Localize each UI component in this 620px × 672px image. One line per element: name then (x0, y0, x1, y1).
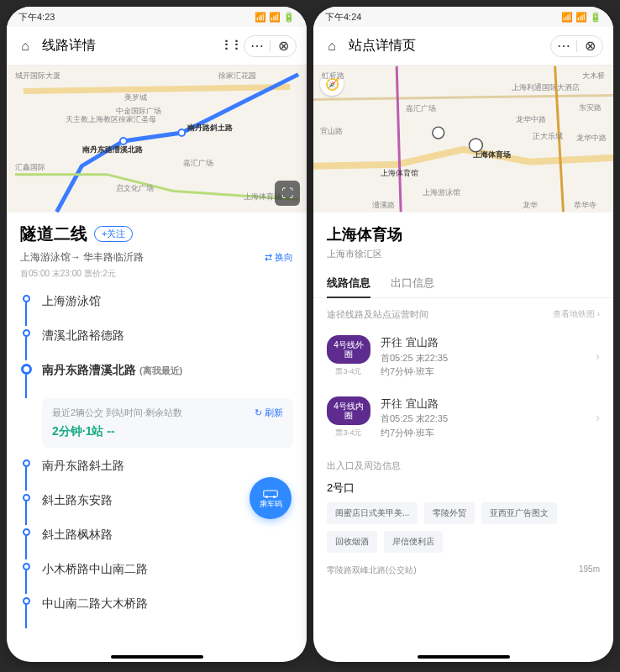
nearby-stop[interactable]: 零陵路双峰北路(公交站) 195m (313, 556, 613, 576)
route-name: 隧道二线 (20, 223, 87, 245)
stop-item-current[interactable]: 南丹东路漕溪北路 (离我最近) (20, 360, 293, 398)
station-map[interactable]: 🧭 虹桥路 上海利通国际大酒店 大木桥 嘉汇广场 龙华中路 东安路 宜山路 正大… (313, 66, 613, 213)
refresh-button[interactable]: ↻ 刷新 (255, 407, 283, 419)
svg-point-7 (433, 127, 444, 139)
status-time: 下午4:23 (18, 11, 55, 24)
chevron-right-icon: › (596, 411, 600, 424)
station-name: 上海体育场 (327, 224, 600, 244)
metro-map-link[interactable]: 查看地铁图 › (553, 308, 600, 321)
tab-lines[interactable]: 线路信息 (327, 269, 370, 297)
exit-name: 2号口 (327, 480, 600, 496)
app-bar: ⌂ 站点详情页 ⋯ ⊗ (313, 27, 613, 66)
realtime-card: 最近2辆公交 到站时间·剩余站数 ↻ 刷新 2分钟·1站 -- (42, 398, 293, 448)
home-indicator (111, 655, 203, 659)
close-icon[interactable]: ⊗ (577, 38, 602, 55)
poi-chip[interactable]: 岸信便利店 (384, 531, 443, 553)
stop-item[interactable]: 上海游泳馆 (20, 291, 293, 326)
page-title: 线路详情 (42, 37, 217, 55)
svg-point-5 (273, 496, 276, 498)
apps-icon[interactable]: ⠇⠇ (225, 38, 242, 55)
phone-route-detail: 下午4:23 📶 📶 🔋 ⌂ 线路详情 ⠇⠇ ⋯ ⊗ 城开国际大厦 徐家汇花园 … (7, 7, 307, 662)
route-direction: 上海游泳馆→ 华丰路临沂路 (20, 250, 144, 265)
menu-icon[interactable]: ⋯ (244, 38, 270, 55)
poi-chip[interactable]: 回收烟酒 (327, 531, 377, 553)
station-header: 上海体育场 上海市徐汇区 (313, 213, 613, 264)
stop-item[interactable]: 南丹东路斜土路 (20, 456, 293, 491)
section-exits-label: 出入口及周边信息 (313, 448, 613, 477)
page-title: 站点详情页 (349, 37, 542, 55)
tabs: 线路信息 出口信息 (313, 264, 613, 298)
home-icon[interactable]: ⌂ (17, 38, 34, 55)
stop-item[interactable]: 漕溪北路裕德路 (20, 326, 293, 360)
ride-code-fab[interactable]: 乘车码 (250, 477, 292, 519)
close-icon[interactable]: ⊗ (271, 38, 296, 55)
follow-button[interactable]: +关注 (94, 226, 133, 242)
poi-chip[interactable]: 闺蜜店日式美甲美... (327, 502, 418, 524)
menu-icon[interactable]: ⋯ (551, 38, 576, 55)
exit-item: 2号口 闺蜜店日式美甲美... 零陵外贸 亚西亚广告图文 回收烟酒 岸信便利店 (313, 477, 613, 556)
phone-station-detail: 下午4:24 📶 📶 🔋 ⌂ 站点详情页 ⋯ ⊗ 🧭 虹桥路 上海利通国际大酒店… (313, 7, 613, 662)
chevron-right-icon: › (596, 349, 600, 363)
route-header: 隧道二线 +关注 上海游泳馆→ 华丰路临沂路 ⇄ 换向 首05:00 末23:0… (7, 213, 307, 285)
status-bar: 下午4:24 📶 📶 🔋 (313, 7, 613, 27)
home-icon[interactable]: ⌂ (323, 38, 340, 55)
poi-chip[interactable]: 零陵外贸 (424, 502, 475, 524)
stop-list: 上海游泳馆 漕溪北路裕德路 南丹东路漕溪北路 (离我最近) 最近2辆公交 到站时… (7, 285, 307, 628)
stop-item[interactable]: 中山南二路大木桥路 (20, 594, 293, 628)
route-map[interactable]: 城开国际大厦 徐家汇花园 美罗城 中金国际广场 天主教上海教区徐家汇圣母 汇鑫国… (7, 66, 307, 213)
realtime-hint: 最近2辆公交 到站时间·剩余站数 (52, 407, 182, 419)
miniapp-capsule: ⋯ ⊗ (550, 35, 603, 57)
realtime-value: 2分钟·1站 -- (52, 424, 283, 439)
route-schedule: 首05:00 末23:00 票价:2元 (20, 268, 293, 280)
tab-exits[interactable]: 出口信息 (391, 269, 434, 297)
fullscreen-icon[interactable]: ⛶ (275, 181, 300, 206)
line-item[interactable]: 4号线外圈 票3-4元 开往 宜山路 首05:25 末22:35 约7分钟·班车… (313, 326, 613, 387)
station-district: 上海市徐汇区 (327, 248, 600, 260)
line-item[interactable]: 4号线内圈 票3-4元 开往 宜山路 首05:25 末22:35 约7分钟·班车… (313, 387, 613, 449)
svg-point-4 (265, 496, 268, 498)
line-badge-icon: 4号线内圈 (327, 396, 370, 425)
swap-direction-button[interactable]: ⇄ 换向 (265, 251, 293, 264)
status-bar: 下午4:23 📶 📶 🔋 (7, 7, 307, 27)
svg-point-1 (120, 138, 127, 144)
home-indicator (418, 655, 510, 659)
status-time: 下午4:24 (325, 11, 361, 24)
stop-item[interactable]: 小木桥路中山南二路 (20, 559, 293, 594)
svg-point-2 (178, 129, 185, 136)
section-lines-label: 途径线路及站点运营时间 查看地铁图 › (313, 298, 613, 326)
app-bar: ⌂ 线路详情 ⠇⠇ ⋯ ⊗ (7, 27, 307, 66)
stop-item[interactable]: 斜土路枫林路 (20, 525, 293, 559)
miniapp-capsule: ⋯ ⊗ (244, 35, 297, 57)
line-badge-icon: 4号线外圈 (327, 335, 370, 364)
svg-rect-3 (264, 491, 278, 497)
poi-chip[interactable]: 亚西亚广告图文 (481, 502, 557, 524)
